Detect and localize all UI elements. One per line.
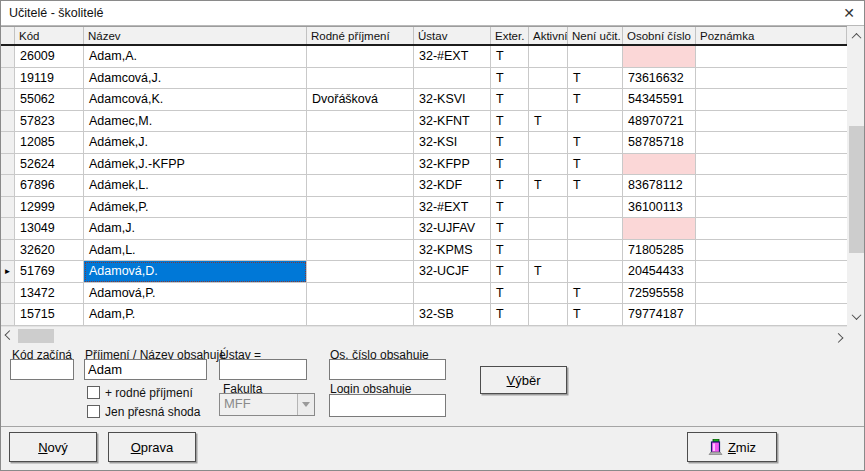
cell-rodne[interactable] — [307, 261, 414, 283]
cell-exter[interactable]: T — [491, 132, 529, 154]
cell-poznamka[interactable] — [696, 175, 847, 197]
cell-nazev[interactable]: Adam,J. — [84, 218, 307, 240]
cell-rodne[interactable] — [307, 218, 414, 240]
cell-rodne[interactable] — [307, 111, 414, 133]
cell-exter[interactable]: T — [491, 175, 529, 197]
cell-aktivni[interactable] — [529, 132, 568, 154]
fakulta-select[interactable]: MFF — [219, 393, 315, 416]
cell-neni[interactable] — [568, 46, 623, 68]
cell-osobni[interactable]: 48970721 — [623, 111, 696, 133]
cell-neni[interactable]: T — [568, 175, 623, 197]
cell-osobni[interactable] — [623, 46, 696, 68]
cell-ustav[interactable]: 32-KFNT — [414, 111, 491, 133]
column-header-9[interactable]: Poznámka — [696, 27, 847, 44]
table-row[interactable]: 15715Adam,P.32-SBTT79774187 — [1, 304, 847, 326]
cell-poznamka[interactable] — [696, 304, 847, 326]
column-header-1[interactable]: Kód — [15, 27, 84, 44]
cell-neni[interactable] — [568, 218, 623, 240]
vertical-scrollbar[interactable] — [847, 26, 865, 326]
vyber-button[interactable]: Výběr — [480, 366, 567, 394]
chevron-down-icon[interactable] — [297, 394, 314, 415]
cell-rodne[interactable] — [307, 175, 414, 197]
cell-poznamka[interactable] — [696, 46, 847, 68]
scroll-left-icon[interactable] — [1, 327, 18, 345]
cell-kod[interactable]: 32620 — [15, 240, 84, 262]
cell-exter[interactable]: T — [491, 261, 529, 283]
cell-kod[interactable]: 67896 — [15, 175, 84, 197]
cell-kod[interactable]: 13472 — [15, 283, 84, 305]
cell-rodne[interactable] — [307, 46, 414, 68]
cell-ustav[interactable]: 32-#EXT — [414, 46, 491, 68]
cell-nazev[interactable]: Adam,A. — [84, 46, 307, 68]
cell-ustav[interactable] — [414, 68, 491, 90]
cell-exter[interactable]: T — [491, 46, 529, 68]
cell-nazev[interactable]: Adam,L. — [84, 240, 307, 262]
cell-rodne[interactable] — [307, 197, 414, 219]
os-cislo-input[interactable] — [329, 359, 446, 380]
cell-kod[interactable]: 51769 — [15, 261, 84, 283]
cell-nazev[interactable]: Adamová,P. — [84, 283, 307, 305]
table-row[interactable]: 12999Adámek,P.32-#EXTT36100113 — [1, 197, 847, 219]
cell-poznamka[interactable] — [696, 154, 847, 176]
cell-ustav[interactable]: 32-KSI — [414, 132, 491, 154]
cell-aktivni[interactable] — [529, 197, 568, 219]
table-row[interactable]: 32620Adam,L.32-KPMST71805285 — [1, 240, 847, 262]
cell-nazev[interactable]: Adámek,L. — [84, 175, 307, 197]
cell-aktivni[interactable]: T — [529, 111, 568, 133]
cell-aktivni[interactable] — [529, 46, 568, 68]
cell-ustav[interactable]: 32-#EXT — [414, 197, 491, 219]
cell-aktivni[interactable] — [529, 218, 568, 240]
scroll-up-icon[interactable] — [847, 26, 865, 46]
novy-button[interactable]: Nový — [9, 432, 97, 462]
cell-rodne[interactable] — [307, 240, 414, 262]
cell-aktivni[interactable] — [529, 240, 568, 262]
cell-exter[interactable]: T — [491, 68, 529, 90]
cell-rodne[interactable]: Dvořášková — [307, 89, 414, 111]
cell-neni[interactable]: T — [568, 154, 623, 176]
table-row[interactable]: 55062Adamcová,K.Dvořášková32-KSVITT54345… — [1, 89, 847, 111]
cell-poznamka[interactable] — [696, 132, 847, 154]
cell-neni[interactable] — [568, 197, 623, 219]
cell-nazev[interactable]: Adam,P. — [84, 304, 307, 326]
table-row[interactable]: ►51769Adamová,D.32-UCJFTT20454433 — [1, 261, 847, 283]
cell-neni[interactable] — [568, 111, 623, 133]
cell-rodne[interactable] — [307, 132, 414, 154]
cell-neni[interactable]: T — [568, 89, 623, 111]
ustav-eq-input[interactable] — [219, 359, 307, 380]
vertical-scrollbar-thumb[interactable] — [849, 126, 864, 253]
cell-neni[interactable] — [568, 240, 623, 262]
column-header-4[interactable]: Ústav — [414, 27, 491, 44]
nazev-obsahuje-input[interactable] — [84, 359, 207, 380]
cell-kod[interactable]: 52624 — [15, 154, 84, 176]
scroll-right-icon[interactable] — [830, 327, 847, 345]
cell-nazev[interactable]: Adamcová,J. — [84, 68, 307, 90]
column-header-5[interactable]: Exter. — [491, 27, 529, 44]
cell-neni[interactable]: T — [568, 68, 623, 90]
cell-aktivni[interactable] — [529, 304, 568, 326]
cell-osobni[interactable]: 20454433 — [623, 261, 696, 283]
cell-kod[interactable]: 15715 — [15, 304, 84, 326]
cell-ustav[interactable]: 32-KSVI — [414, 89, 491, 111]
cell-exter[interactable]: T — [491, 154, 529, 176]
presna-shoda-checkbox[interactable] — [87, 405, 100, 418]
kod-zacina-input[interactable] — [10, 359, 74, 380]
table-row[interactable]: 12085Adámek,J.32-KSITT58785718 — [1, 132, 847, 154]
cell-osobni[interactable]: 71805285 — [623, 240, 696, 262]
cell-rodne[interactable] — [307, 304, 414, 326]
table-row[interactable]: 19119Adamcová,J.TT73616632 — [1, 68, 847, 90]
rodne-prijmeni-checkbox[interactable] — [87, 386, 100, 399]
cell-ustav[interactable]: 32-KPMS — [414, 240, 491, 262]
cell-aktivni[interactable] — [529, 89, 568, 111]
cell-osobni[interactable] — [623, 218, 696, 240]
cell-osobni[interactable]: 72595558 — [623, 283, 696, 305]
cell-aktivni[interactable]: T — [529, 261, 568, 283]
cell-neni[interactable]: T — [568, 132, 623, 154]
cell-neni[interactable]: T — [568, 283, 623, 305]
cell-kod[interactable]: 55062 — [15, 89, 84, 111]
column-header-7[interactable]: Není učit. — [568, 27, 623, 44]
cell-aktivni[interactable]: T — [529, 175, 568, 197]
cell-neni[interactable]: T — [568, 304, 623, 326]
login-input[interactable] — [329, 394, 446, 417]
cell-poznamka[interactable] — [696, 240, 847, 262]
cell-osobni[interactable]: 58785718 — [623, 132, 696, 154]
